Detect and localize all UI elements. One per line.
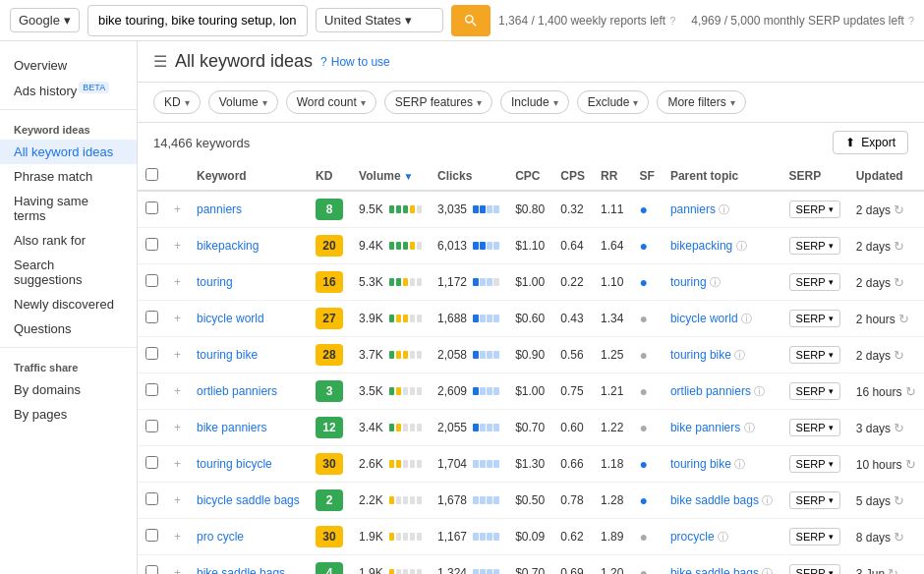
sidebar-item-questions[interactable]: Questions	[0, 316, 137, 341]
sidebar-item-phrase-match[interactable]: Phrase match	[0, 164, 137, 189]
refresh-icon[interactable]: ↻	[894, 239, 904, 254]
serp-button[interactable]: SERP ▾	[789, 382, 840, 400]
refresh-icon[interactable]: ↻	[894, 530, 904, 545]
th-parent[interactable]: Parent topic	[663, 162, 781, 191]
add-cell[interactable]: +	[166, 446, 189, 483]
sidebar-item-newly-discovered[interactable]: Newly discovered	[0, 292, 137, 316]
th-sf[interactable]: SF	[632, 162, 663, 191]
keyword-link[interactable]: ortlieb panniers	[197, 384, 277, 398]
serp-button[interactable]: SERP ▾	[789, 528, 840, 545]
how-to-use-link[interactable]: ? How to use	[320, 55, 390, 69]
th-clicks[interactable]: Clicks	[430, 162, 507, 191]
th-serp[interactable]: SERP	[781, 162, 848, 191]
keyword-link[interactable]: panniers	[197, 202, 242, 216]
keyword-link[interactable]: bike saddle bags	[197, 566, 285, 574]
info-icon[interactable]: ⓘ	[734, 349, 745, 361]
serp-button[interactable]: SERP ▾	[789, 564, 840, 574]
word-count-filter-button[interactable]: Word count ▾	[286, 90, 376, 114]
serp-button[interactable]: SERP ▾	[789, 237, 840, 255]
parent-topic-link[interactable]: bike saddle bags	[670, 493, 759, 507]
sidebar-item-ads-history[interactable]: Ads historyBETA	[0, 78, 137, 103]
parent-topic-link[interactable]: touring bike	[670, 348, 731, 362]
info-icon[interactable]: ⓘ	[754, 385, 765, 397]
add-cell[interactable]: +	[166, 519, 189, 555]
keyword-link[interactable]: bike panniers	[197, 421, 266, 434]
sidebar-item-overview[interactable]: Overview	[0, 53, 137, 78]
add-cell[interactable]: +	[166, 191, 189, 228]
serp-button[interactable]: SERP ▾	[789, 346, 840, 364]
refresh-icon[interactable]: ↻	[894, 493, 904, 508]
parent-topic-link[interactable]: ortlieb panniers	[670, 384, 751, 398]
info-icon[interactable]: ⓘ	[741, 313, 752, 324]
serp-button[interactable]: SERP ▾	[789, 273, 840, 291]
keyword-input[interactable]	[87, 5, 308, 36]
add-cell[interactable]: +	[166, 373, 189, 410]
kd-filter-button[interactable]: KD ▾	[153, 90, 201, 114]
refresh-icon[interactable]: ↻	[905, 384, 916, 399]
info-icon[interactable]: ⓘ	[718, 531, 728, 543]
row-checkbox[interactable]	[145, 565, 158, 574]
parent-topic-link[interactable]: procycle	[670, 530, 715, 544]
th-rr[interactable]: RR	[593, 162, 631, 191]
export-button[interactable]: ⬆ Export	[833, 131, 908, 154]
refresh-icon[interactable]: ↻	[894, 348, 904, 363]
keyword-link[interactable]: bicycle world	[197, 312, 264, 325]
info-icon[interactable]: ⓘ	[736, 240, 747, 252]
row-checkbox[interactable]	[145, 347, 158, 360]
parent-topic-link[interactable]: bicycle world	[670, 312, 738, 325]
add-cell[interactable]: +	[166, 483, 189, 519]
serp-features-filter-button[interactable]: SERP features ▾	[384, 90, 492, 114]
keyword-link[interactable]: bikepacking	[197, 239, 259, 253]
refresh-icon[interactable]: ↻	[894, 202, 904, 217]
th-volume[interactable]: Volume ▼	[351, 162, 430, 191]
th-cpc[interactable]: CPC	[507, 162, 552, 191]
info-icon[interactable]: ⓘ	[762, 494, 773, 506]
add-cell[interactable]: +	[166, 264, 189, 301]
add-cell[interactable]: +	[166, 301, 189, 337]
add-cell[interactable]: +	[166, 555, 189, 575]
parent-topic-link[interactable]: bike panniers	[670, 421, 740, 434]
refresh-icon[interactable]: ↻	[894, 421, 904, 435]
serp-button[interactable]: SERP ▾	[789, 201, 840, 218]
parent-topic-link[interactable]: touring bike	[670, 457, 731, 471]
th-keyword[interactable]: Keyword	[189, 162, 308, 191]
menu-icon[interactable]: ☰	[153, 52, 167, 71]
parent-topic-link[interactable]: touring	[670, 275, 707, 289]
row-checkbox[interactable]	[145, 311, 158, 323]
add-cell[interactable]: +	[166, 410, 189, 446]
row-checkbox[interactable]	[145, 238, 158, 251]
th-cps[interactable]: CPS	[552, 162, 593, 191]
include-filter-button[interactable]: Include ▾	[500, 90, 569, 114]
refresh-icon[interactable]: ↻	[898, 312, 909, 326]
info-icon[interactable]: ⓘ	[762, 567, 773, 575]
serp-button[interactable]: SERP ▾	[789, 491, 840, 509]
weekly-reports-help[interactable]: ?	[669, 15, 675, 27]
row-checkbox[interactable]	[145, 529, 158, 542]
sidebar-item-by-pages[interactable]: By pages	[0, 402, 137, 427]
exclude-filter-button[interactable]: Exclude ▾	[577, 90, 650, 114]
serp-button[interactable]: SERP ▾	[789, 455, 840, 473]
refresh-icon[interactable]: ↻	[905, 457, 916, 472]
refresh-icon[interactable]: ↻	[888, 566, 898, 575]
sidebar-item-all-keyword-ideas[interactable]: All keyword ideas	[0, 140, 137, 164]
parent-topic-link[interactable]: bike saddle bags	[670, 566, 759, 575]
info-icon[interactable]: ⓘ	[719, 203, 729, 215]
info-icon[interactable]: ⓘ	[710, 276, 721, 288]
row-checkbox[interactable]	[145, 274, 158, 287]
add-cell[interactable]: +	[166, 228, 189, 264]
more-filters-button[interactable]: More filters ▾	[657, 90, 745, 114]
sidebar-item-also-rank-for[interactable]: Also rank for	[0, 228, 137, 253]
info-icon[interactable]: ⓘ	[744, 422, 755, 433]
keyword-link[interactable]: touring bicycle	[197, 457, 272, 471]
volume-filter-button[interactable]: Volume ▾	[208, 90, 278, 114]
sidebar-item-by-domains[interactable]: By domains	[0, 377, 137, 402]
th-updated[interactable]: Updated	[848, 162, 924, 191]
sidebar-item-search-suggestions[interactable]: Search suggestions	[0, 253, 137, 292]
parent-topic-link[interactable]: panniers	[670, 202, 716, 216]
row-checkbox[interactable]	[145, 420, 158, 432]
th-kd[interactable]: KD	[308, 162, 351, 191]
parent-topic-link[interactable]: bikepacking	[670, 239, 732, 253]
keyword-link[interactable]: touring bike	[197, 348, 258, 362]
keyword-link[interactable]: bicycle saddle bags	[197, 493, 300, 507]
country-selector[interactable]: United States ▾	[316, 8, 443, 32]
